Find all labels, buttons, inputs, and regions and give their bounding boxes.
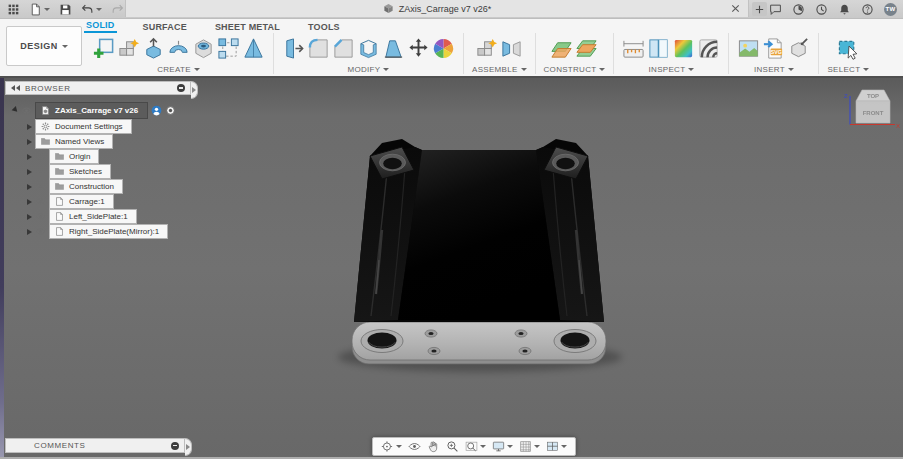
pan-tool[interactable] [427, 440, 440, 453]
ribbon-tab-solid[interactable]: SOLID [84, 20, 117, 33]
curvature-icon[interactable] [672, 37, 695, 60]
undo-button[interactable] [81, 3, 102, 16]
insert-mesh-icon[interactable] [787, 37, 810, 60]
press-pull-icon[interactable] [282, 37, 305, 60]
browser-item[interactable]: Origin [5, 149, 198, 164]
fit-tool[interactable] [465, 440, 486, 453]
browser-panel-handle[interactable] [191, 81, 198, 99]
browser-root-row[interactable]: ZAxis_Carrage v7 v26 [5, 102, 198, 118]
expand-arrow-icon[interactable] [27, 124, 32, 130]
zebra-icon[interactable] [697, 37, 720, 60]
group-label-inspect[interactable]: INSPECT [649, 65, 695, 74]
expand-arrow-icon[interactable] [27, 154, 32, 160]
loft-icon[interactable] [242, 37, 265, 60]
collapse-panel-icon[interactable] [11, 85, 21, 91]
collaborator-badge-icon[interactable] [151, 105, 162, 116]
app-launcher-icon[interactable] [7, 3, 20, 16]
revolve-icon[interactable] [167, 37, 190, 60]
comments-header[interactable]: COMMENTS [5, 438, 185, 453]
measure-icon[interactable] [622, 37, 645, 60]
create-sketch-icon[interactable] [92, 37, 115, 60]
browser-item[interactable]: Left_SidePlate:1 [5, 209, 198, 224]
recent-activity-icon[interactable] [815, 3, 828, 16]
panel-options-icon[interactable] [177, 84, 185, 92]
appearance-icon[interactable] [432, 37, 455, 60]
group-label-modify[interactable]: MODIFY [348, 65, 390, 74]
item-label[interactable]: Document Settings [35, 119, 132, 134]
group-label-insert[interactable]: INSERT [754, 65, 794, 74]
ribbon-tab-sheet-metal[interactable]: SHEET METAL [213, 22, 282, 33]
feedback-icon[interactable] [769, 3, 782, 16]
grid-settings-tool[interactable] [519, 440, 540, 453]
expand-arrow-icon[interactable] [27, 214, 32, 220]
item-label[interactable]: Sketches [49, 164, 111, 179]
draft-icon[interactable] [382, 37, 405, 60]
browser-item[interactable]: Construction [5, 179, 198, 194]
group-label-assemble[interactable]: ASSEMBLE [472, 65, 527, 74]
browser-header[interactable]: BROWSER [5, 81, 191, 95]
new-tab-button[interactable] [752, 2, 767, 16]
visibility-eye-icon[interactable] [35, 166, 46, 177]
visibility-eye-icon[interactable] [35, 196, 46, 207]
chamfer-icon[interactable] [332, 37, 355, 60]
visibility-eye-icon[interactable] [35, 151, 46, 162]
pattern-icon[interactable] [217, 37, 240, 60]
comments-panel-handle[interactable] [185, 438, 192, 456]
browser-item[interactable]: Sketches [5, 164, 198, 179]
visibility-eye-icon[interactable] [21, 105, 32, 116]
help-icon[interactable] [861, 3, 874, 16]
hole-icon[interactable] [192, 37, 215, 60]
workspace-selector-button[interactable]: DESIGN [6, 26, 82, 66]
notifications-bell-icon[interactable] [838, 3, 851, 16]
joint-icon[interactable] [500, 37, 523, 60]
select-icon[interactable] [837, 37, 860, 60]
3d-model-carriage[interactable] [330, 110, 630, 380]
expand-arrow-icon[interactable] [12, 106, 20, 114]
job-status-icon[interactable] [792, 3, 805, 16]
viewports-tool[interactable] [546, 440, 567, 453]
visibility-eye-icon[interactable] [35, 226, 46, 237]
item-label[interactable]: Carrage:1 [49, 194, 114, 209]
save-button[interactable] [59, 3, 72, 16]
expand-arrow-icon[interactable] [27, 184, 32, 190]
group-label-create[interactable]: CREATE [157, 65, 200, 74]
move-icon[interactable] [407, 37, 430, 60]
3d-viewport-canvas[interactable]: TOP FRONT Z X BROWSER ZAx [0, 76, 903, 459]
item-label[interactable]: Named Views [35, 134, 113, 149]
orbit-tool[interactable] [381, 440, 402, 453]
fillet-icon[interactable] [307, 37, 330, 60]
file-menu-button[interactable] [29, 3, 50, 16]
ribbon-tab-surface[interactable]: SURFACE [141, 22, 189, 33]
extrude-icon[interactable] [142, 37, 165, 60]
zoom-tool[interactable] [446, 440, 459, 453]
new-component-icon[interactable] [475, 37, 498, 60]
browser-item[interactable]: Carrage:1 [5, 194, 198, 209]
item-label[interactable]: Origin [49, 149, 99, 164]
display-settings-tool[interactable] [492, 440, 513, 453]
view-cube[interactable]: TOP FRONT Z X [842, 86, 900, 132]
user-avatar[interactable]: TW [884, 3, 897, 16]
shell-icon[interactable] [357, 37, 380, 60]
close-tab-icon[interactable] [730, 3, 741, 14]
section-analysis-icon[interactable] [647, 37, 670, 60]
create-form-icon[interactable] [117, 37, 140, 60]
item-label[interactable]: Left_SidePlate:1 [49, 209, 137, 224]
activate-component-icon[interactable] [165, 105, 176, 116]
browser-item[interactable]: Document Settings [5, 119, 198, 134]
visibility-eye-icon[interactable] [35, 181, 46, 192]
expand-arrow-icon[interactable] [27, 229, 32, 235]
canvas-icon[interactable] [737, 37, 760, 60]
document-tab[interactable]: ZAxis_Carrage v7 v26* [125, 0, 749, 17]
browser-item[interactable]: Right_SidePlate(Mirror):1 [5, 224, 198, 239]
root-component-label[interactable]: ZAxis_Carrage v7 v26 [35, 102, 148, 119]
visibility-eye-icon[interactable] [35, 211, 46, 222]
expand-arrow-icon[interactable] [27, 199, 32, 205]
item-label[interactable]: Right_SidePlate(Mirror):1 [49, 224, 168, 239]
ribbon-tab-tools[interactable]: TOOLS [306, 22, 342, 33]
expand-arrow-icon[interactable] [27, 139, 32, 145]
group-label-construct[interactable]: CONSTRUCT [544, 65, 606, 74]
browser-item[interactable]: Named Views [5, 134, 198, 149]
offset-plane-icon[interactable] [550, 37, 573, 60]
comments-options-icon[interactable] [171, 442, 179, 450]
insert-svg-icon[interactable]: SVG [762, 37, 785, 60]
